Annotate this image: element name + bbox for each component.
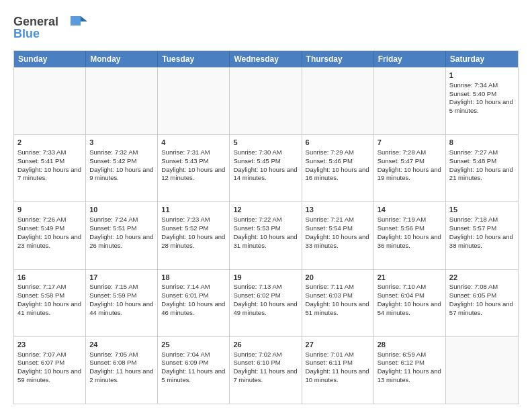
day-info: Sunrise: 7:07 AM Sunset: 6:07 PM Dayligh… — [17, 351, 81, 383]
day-number: 10 — [89, 205, 154, 215]
day-info: Sunrise: 7:18 AM Sunset: 5:57 PM Dayligh… — [449, 216, 513, 248]
day-number: 26 — [233, 340, 298, 350]
calendar-cell: 7Sunrise: 7:28 AM Sunset: 5:47 PM Daylig… — [374, 135, 446, 201]
day-number: 7 — [378, 138, 442, 148]
calendar-cell: 16Sunrise: 7:17 AM Sunset: 5:58 PM Dayli… — [14, 270, 86, 336]
day-info: Sunrise: 7:34 AM Sunset: 5:40 PM Dayligh… — [449, 81, 513, 114]
svg-text:Blue: Blue — [13, 27, 40, 40]
calendar-header: SundayMondayTuesdayWednesdayThursdayFrid… — [14, 51, 518, 67]
day-info: Sunrise: 7:08 AM Sunset: 6:05 PM Dayligh… — [449, 283, 513, 316]
day-info: Sunrise: 7:28 AM Sunset: 5:47 PM Dayligh… — [378, 148, 441, 181]
day-number: 3 — [89, 138, 154, 148]
calendar-cell — [158, 68, 230, 134]
day-info: Sunrise: 7:24 AM Sunset: 5:51 PM Dayligh… — [89, 216, 153, 248]
day-info: Sunrise: 7:21 AM Sunset: 5:54 PM Dayligh… — [306, 216, 369, 248]
day-number: 17 — [89, 273, 154, 283]
calendar-cell: 14Sunrise: 7:19 AM Sunset: 5:56 PM Dayli… — [374, 202, 446, 269]
day-number: 12 — [233, 205, 298, 215]
day-number: 25 — [161, 340, 226, 350]
calendar-body: 1Sunrise: 7:34 AM Sunset: 5:40 PM Daylig… — [14, 67, 518, 404]
day-info: Sunrise: 7:02 AM Sunset: 6:10 PM Dayligh… — [233, 351, 297, 383]
day-header-thursday: Thursday — [302, 51, 374, 67]
page: General Blue SundayMondayTuesdayWednesda… — [0, 0, 532, 411]
day-number: 11 — [161, 205, 226, 215]
day-info: Sunrise: 7:32 AM Sunset: 5:42 PM Dayligh… — [89, 148, 153, 181]
calendar-cell: 18Sunrise: 7:14 AM Sunset: 6:01 PM Dayli… — [158, 270, 230, 336]
day-number: 28 — [378, 340, 442, 350]
calendar-cell: 13Sunrise: 7:21 AM Sunset: 5:54 PM Dayli… — [302, 202, 374, 269]
calendar-cell — [86, 68, 158, 134]
day-info: Sunrise: 7:14 AM Sunset: 6:01 PM Dayligh… — [161, 283, 225, 316]
calendar-cell: 1Sunrise: 7:34 AM Sunset: 5:40 PM Daylig… — [446, 68, 518, 134]
day-info: Sunrise: 7:10 AM Sunset: 6:04 PM Dayligh… — [378, 283, 441, 316]
day-number: 2 — [17, 138, 82, 148]
day-info: Sunrise: 7:04 AM Sunset: 6:09 PM Dayligh… — [161, 351, 225, 383]
day-header-monday: Monday — [86, 51, 158, 67]
day-number: 8 — [449, 138, 515, 148]
calendar-cell: 15Sunrise: 7:18 AM Sunset: 5:57 PM Dayli… — [446, 202, 518, 269]
day-info: Sunrise: 7:27 AM Sunset: 5:48 PM Dayligh… — [449, 148, 513, 181]
day-info: Sunrise: 7:01 AM Sunset: 6:11 PM Dayligh… — [306, 351, 369, 383]
calendar-cell: 20Sunrise: 7:11 AM Sunset: 6:03 PM Dayli… — [302, 270, 374, 336]
day-number: 21 — [378, 273, 442, 283]
calendar-cell: 17Sunrise: 7:15 AM Sunset: 5:59 PM Dayli… — [86, 270, 158, 336]
day-number: 5 — [233, 138, 298, 148]
day-header-wednesday: Wednesday — [230, 51, 302, 67]
calendar-cell: 19Sunrise: 7:13 AM Sunset: 6:02 PM Dayli… — [230, 270, 302, 336]
day-info: Sunrise: 7:33 AM Sunset: 5:41 PM Dayligh… — [17, 148, 81, 181]
day-number: 16 — [17, 273, 82, 283]
day-number: 14 — [378, 205, 442, 215]
day-header-saturday: Saturday — [446, 51, 518, 67]
day-number: 19 — [233, 273, 298, 283]
day-info: Sunrise: 7:19 AM Sunset: 5:56 PM Dayligh… — [378, 216, 441, 248]
calendar-cell: 12Sunrise: 7:22 AM Sunset: 5:53 PM Dayli… — [230, 202, 302, 269]
calendar-cell: 26Sunrise: 7:02 AM Sunset: 6:10 PM Dayli… — [230, 337, 302, 404]
calendar-cell — [230, 68, 302, 134]
calendar-cell: 6Sunrise: 7:29 AM Sunset: 5:46 PM Daylig… — [302, 135, 374, 201]
calendar-cell: 5Sunrise: 7:30 AM Sunset: 5:45 PM Daylig… — [230, 135, 302, 201]
calendar: SundayMondayTuesdayWednesdayThursdayFrid… — [13, 50, 519, 404]
calendar-cell: 25Sunrise: 7:04 AM Sunset: 6:09 PM Dayli… — [158, 337, 230, 404]
svg-marker-2 — [81, 16, 87, 21]
calendar-week-5: 23Sunrise: 7:07 AM Sunset: 6:07 PM Dayli… — [14, 336, 518, 404]
day-info: Sunrise: 7:05 AM Sunset: 6:08 PM Dayligh… — [89, 351, 153, 383]
day-number: 1 — [449, 71, 515, 81]
calendar-cell: 27Sunrise: 7:01 AM Sunset: 6:11 PM Dayli… — [302, 337, 374, 404]
calendar-week-4: 16Sunrise: 7:17 AM Sunset: 5:58 PM Dayli… — [14, 269, 518, 336]
day-info: Sunrise: 7:26 AM Sunset: 5:49 PM Dayligh… — [17, 216, 81, 248]
calendar-week-3: 9Sunrise: 7:26 AM Sunset: 5:49 PM Daylig… — [14, 201, 518, 269]
day-info: Sunrise: 7:30 AM Sunset: 5:45 PM Dayligh… — [233, 148, 297, 181]
day-info: Sunrise: 7:29 AM Sunset: 5:46 PM Dayligh… — [306, 148, 369, 181]
day-number: 22 — [449, 273, 515, 283]
calendar-cell: 2Sunrise: 7:33 AM Sunset: 5:41 PM Daylig… — [14, 135, 86, 201]
calendar-cell: 21Sunrise: 7:10 AM Sunset: 6:04 PM Dayli… — [374, 270, 446, 336]
calendar-cell: 10Sunrise: 7:24 AM Sunset: 5:51 PM Dayli… — [86, 202, 158, 269]
day-header-tuesday: Tuesday — [158, 51, 230, 67]
svg-text:General: General — [13, 15, 58, 28]
day-number: 20 — [306, 273, 370, 283]
calendar-week-1: 1Sunrise: 7:34 AM Sunset: 5:40 PM Daylig… — [14, 67, 518, 134]
day-number: 4 — [161, 138, 226, 148]
logo-icon: General Blue — [13, 11, 87, 41]
calendar-cell: 22Sunrise: 7:08 AM Sunset: 6:05 PM Dayli… — [446, 270, 518, 336]
calendar-cell: 8Sunrise: 7:27 AM Sunset: 5:48 PM Daylig… — [446, 135, 518, 201]
day-number: 23 — [17, 340, 82, 350]
day-number: 27 — [306, 340, 370, 350]
day-header-sunday: Sunday — [14, 51, 86, 67]
calendar-cell: 24Sunrise: 7:05 AM Sunset: 6:08 PM Dayli… — [86, 337, 158, 404]
calendar-cell: 4Sunrise: 7:31 AM Sunset: 5:43 PM Daylig… — [158, 135, 230, 201]
day-info: Sunrise: 7:31 AM Sunset: 5:43 PM Dayligh… — [161, 148, 225, 181]
day-number: 9 — [17, 205, 82, 215]
day-info: Sunrise: 7:11 AM Sunset: 6:03 PM Dayligh… — [306, 283, 369, 316]
logo-text: General Blue — [13, 11, 87, 44]
day-info: Sunrise: 7:13 AM Sunset: 6:02 PM Dayligh… — [233, 283, 297, 316]
calendar-week-2: 2Sunrise: 7:33 AM Sunset: 5:41 PM Daylig… — [14, 134, 518, 201]
day-info: Sunrise: 7:22 AM Sunset: 5:53 PM Dayligh… — [233, 216, 297, 248]
day-number: 24 — [89, 340, 154, 350]
calendar-cell: 3Sunrise: 7:32 AM Sunset: 5:42 PM Daylig… — [86, 135, 158, 201]
header: General Blue — [13, 11, 519, 44]
calendar-cell — [374, 68, 446, 134]
calendar-cell: 9Sunrise: 7:26 AM Sunset: 5:49 PM Daylig… — [14, 202, 86, 269]
calendar-cell — [302, 68, 374, 134]
day-info: Sunrise: 7:17 AM Sunset: 5:58 PM Dayligh… — [17, 283, 81, 316]
